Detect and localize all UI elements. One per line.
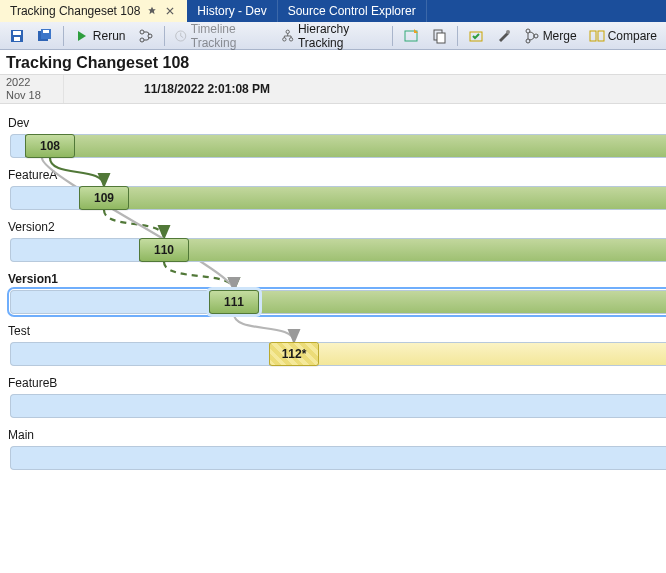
hierarchy-tracking-button[interactable]: Hierarchy Tracking (276, 25, 387, 47)
changeset-box[interactable]: 110 (139, 238, 189, 262)
branch-lane[interactable]: 112* (10, 342, 666, 366)
tab-tracking-changeset[interactable]: Tracking Changeset 108 (0, 0, 187, 22)
svg-point-21 (534, 34, 538, 38)
tab-label: History - Dev (197, 4, 266, 18)
branch-picker-button[interactable] (133, 25, 159, 47)
page-title: Tracking Changeset 108 (6, 54, 660, 72)
date-day: Nov 18 (6, 89, 63, 102)
separator (457, 26, 458, 46)
merge-button[interactable]: Merge (519, 25, 582, 47)
rerun-button[interactable]: Rerun (69, 25, 131, 47)
branch-version2: Version2110 (0, 220, 666, 262)
branch-featureb: FeatureB (0, 376, 666, 418)
branch-lane[interactable] (10, 446, 666, 470)
branch-featurea: FeatureA109 (0, 168, 666, 210)
branch-fill (269, 343, 666, 365)
new-query-button[interactable] (398, 25, 424, 47)
check-button[interactable] (463, 25, 489, 47)
branch-test: Test112* (0, 324, 666, 366)
page: Tracking Changeset 108 2022 Nov 18 11/18… (0, 54, 666, 490)
date-year: 2022 (6, 76, 63, 89)
svg-rect-2 (14, 37, 20, 41)
svg-rect-16 (437, 33, 445, 43)
svg-point-11 (286, 30, 289, 33)
tab-label: Tracking Changeset 108 (10, 4, 140, 18)
separator (164, 26, 165, 46)
svg-point-8 (140, 38, 144, 42)
toolbar: Rerun Timeline Tracking Hierarchy Tracki… (0, 22, 666, 50)
changeset-box[interactable]: 109 (79, 186, 129, 210)
branch-lane[interactable] (10, 394, 666, 418)
svg-point-7 (140, 30, 144, 34)
branch-main: Main (0, 428, 666, 470)
svg-rect-22 (590, 31, 596, 41)
svg-point-18 (506, 30, 510, 34)
changeset-box[interactable]: 108 (25, 134, 75, 158)
svg-point-13 (290, 37, 293, 40)
compare-button[interactable]: Compare (584, 25, 662, 47)
branch-label: Version2 (8, 220, 658, 234)
tab-history-dev[interactable]: History - Dev (187, 0, 277, 22)
date-stamp: 11/18/2022 2:01:08 PM (64, 75, 666, 103)
changeset-box[interactable]: 111 (209, 290, 259, 314)
tab-label: Source Control Explorer (288, 4, 416, 18)
separator (63, 26, 64, 46)
branch-label: FeatureA (8, 168, 658, 182)
branch-fill (139, 239, 666, 261)
svg-rect-1 (13, 31, 21, 35)
rerun-label: Rerun (93, 29, 126, 43)
branch-label: Main (8, 428, 658, 442)
svg-marker-6 (78, 31, 86, 41)
copy-button[interactable] (426, 25, 452, 47)
branch-dev: Dev108 (0, 116, 666, 158)
branch-label: Dev (8, 116, 658, 130)
hierarchy-label: Hierarchy Tracking (298, 22, 382, 50)
timeline-label: Timeline Tracking (191, 22, 270, 50)
svg-rect-5 (43, 30, 49, 33)
branch-lane[interactable]: 108 (10, 134, 666, 158)
date-axis-label: 2022 Nov 18 (0, 75, 64, 103)
branch-label: Version1 (8, 272, 658, 286)
settings-button[interactable] (491, 25, 517, 47)
branch-lane[interactable]: 111 (10, 290, 666, 314)
branch-fill (79, 187, 666, 209)
branch-fill (25, 135, 666, 157)
merge-label: Merge (543, 29, 577, 43)
branch-lane[interactable]: 109 (10, 186, 666, 210)
svg-rect-23 (598, 31, 604, 41)
save-button[interactable] (4, 25, 30, 47)
compare-label: Compare (608, 29, 657, 43)
timeline: Dev108FeatureA109Version2110Version1111T… (0, 104, 666, 490)
tab-strip: Tracking Changeset 108 History - Dev Sou… (0, 0, 666, 22)
date-bar: 2022 Nov 18 11/18/2022 2:01:08 PM (0, 74, 666, 104)
separator (392, 26, 393, 46)
svg-point-12 (283, 37, 286, 40)
branch-label: Test (8, 324, 658, 338)
changeset-box[interactable]: 112* (269, 342, 319, 366)
branch-label: FeatureB (8, 376, 658, 390)
branch-version1: Version1111 (0, 272, 666, 314)
close-icon[interactable] (164, 5, 176, 17)
pin-icon[interactable] (146, 5, 158, 17)
branch-lane[interactable]: 110 (10, 238, 666, 262)
save-all-button[interactable] (32, 25, 58, 47)
tab-source-control-explorer[interactable]: Source Control Explorer (278, 0, 427, 22)
branch-fill (209, 291, 666, 313)
timeline-tracking-button[interactable]: Timeline Tracking (169, 25, 274, 47)
